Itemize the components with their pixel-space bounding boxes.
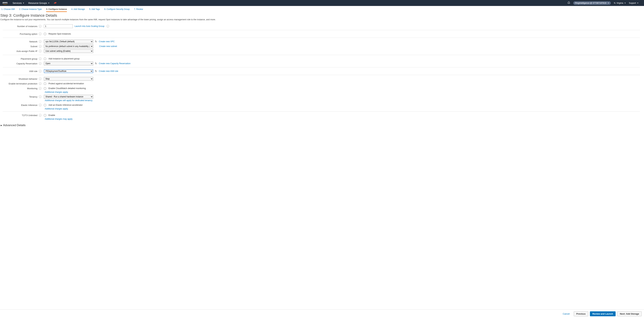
step-choose-ami[interactable]: 1. Choose AMI (1, 7, 15, 12)
num-instances-label: Number of instances (3, 25, 38, 28)
tenancy-label: Tenancy (3, 96, 38, 98)
launch-asg-link[interactable]: Launch into Auto Scaling Group (74, 25, 104, 28)
tenancy-select[interactable]: Shared - Run a shared hardware instance (44, 95, 93, 99)
subnet-select[interactable]: No preference (default subnet in any Ava… (44, 45, 93, 48)
placement-label: Placement group (3, 58, 38, 60)
refresh-icon[interactable]: ↻ (95, 62, 97, 65)
aws-swoosh-icon (2, 4, 8, 5)
num-instances-input[interactable] (44, 24, 73, 28)
pin-icon[interactable]: 📌 (53, 1, 57, 5)
support-menu[interactable]: Support ▼ (629, 2, 638, 4)
elastic-label: Elastic Inference (3, 104, 38, 106)
info-icon[interactable]: i (39, 40, 42, 43)
region-label: N. Virginia (614, 2, 623, 4)
info-icon[interactable]: i (106, 25, 109, 28)
support-label: Support (629, 2, 636, 4)
caret-down-icon: ▼ (608, 2, 609, 4)
account-label: PingIntelligence @ 377367197819 (575, 2, 606, 4)
elastic-checkbox-label: Add an Elastic Inference accelerator (48, 104, 83, 106)
info-icon[interactable]: i (39, 114, 42, 117)
step-add-storage[interactable]: 4. Add Storage (71, 7, 85, 12)
info-icon[interactable]: i (39, 82, 42, 85)
caret-down-icon: ▼ (624, 2, 626, 4)
info-icon[interactable]: i (39, 25, 42, 28)
t2t3-note[interactable]: Additional charges may apply (45, 118, 640, 120)
caret-right-icon: ▶ (1, 124, 2, 127)
info-icon[interactable]: i (39, 57, 42, 60)
t2t3-checkbox[interactable] (44, 114, 46, 116)
wizard-steps: 1. Choose AMI 2. Choose Instance Type 3.… (0, 6, 644, 12)
top-nav: aws Services ▼ Resource Groups ▼ 📌 PingI… (0, 0, 644, 6)
termination-label: Enable termination protection (3, 82, 38, 85)
placement-checkbox[interactable] (44, 58, 46, 60)
info-icon[interactable]: i (39, 95, 42, 98)
create-vpc-link[interactable]: Create new VPC (99, 40, 115, 43)
capacity-label: Capacity Reservation (3, 62, 38, 65)
page-title: Step 3: Configure Instance Details (0, 13, 642, 18)
advanced-details-label: Advanced Details (3, 124, 26, 127)
step-add-tags[interactable]: 5. Add Tags (89, 7, 100, 12)
create-capacity-link[interactable]: Create new Capacity Reservation (99, 62, 130, 65)
elastic-note[interactable]: Additional charges apply. (45, 108, 640, 110)
nav-resource-groups[interactable]: Resource Groups ▼ (28, 2, 50, 5)
elastic-checkbox[interactable] (44, 104, 46, 106)
network-label: Network (3, 40, 38, 43)
purchasing-label: Purchasing option (3, 33, 38, 35)
step-configure-instance: 3. Configure Instance (46, 7, 67, 12)
account-menu[interactable]: PingIntelligence @ 377367197819 ▼ (573, 1, 611, 5)
info-icon[interactable]: i (39, 50, 42, 53)
t2t3-checkbox-label: Enable (48, 114, 55, 116)
refresh-icon[interactable]: ↻ (95, 70, 97, 73)
termination-checkbox[interactable] (44, 83, 46, 85)
info-icon[interactable]: i (39, 87, 42, 90)
termination-checkbox-label: Protect against accidental termination (48, 82, 84, 85)
page-description: Configure the instance to suit your requ… (0, 18, 642, 21)
info-icon[interactable]: i (39, 70, 42, 73)
autoip-select[interactable]: Use subnet setting (Enable) (44, 49, 93, 53)
shutdown-label: Shutdown behavior (3, 78, 38, 80)
bell-icon[interactable] (568, 1, 570, 5)
info-icon[interactable]: i (39, 33, 42, 35)
create-iam-link[interactable]: Create new IAM role (99, 70, 118, 72)
caret-down-icon: ▼ (637, 2, 638, 4)
t2t3-label: T2/T3 Unlimited (3, 114, 38, 117)
monitoring-checkbox-label: Enable CloudWatch detailed monitoring (48, 87, 86, 90)
info-icon[interactable]: i (39, 62, 42, 65)
refresh-icon[interactable]: ↻ (95, 40, 97, 43)
monitoring-checkbox[interactable] (44, 87, 46, 90)
nav-services[interactable]: Services ▼ (12, 2, 24, 5)
step-review[interactable]: 7. Review (134, 7, 143, 12)
step-choose-instance-type[interactable]: 2. Choose Instance Type (19, 7, 42, 12)
subnet-label: Subnet (3, 45, 38, 48)
aws-logo[interactable]: aws (2, 1, 8, 5)
region-menu[interactable]: N. Virginia ▼ (614, 2, 626, 4)
autoip-label: Auto-assign Public IP (3, 50, 38, 53)
aws-logo-text: aws (2, 1, 8, 4)
step-configure-security-group[interactable]: 6. Configure Security Group (104, 7, 130, 12)
nav-services-label: Services (12, 2, 22, 5)
monitoring-label: Monitoring (3, 87, 38, 90)
capacity-select[interactable]: Open (44, 62, 93, 65)
monitoring-note[interactable]: Additional charges apply. (45, 91, 640, 93)
info-icon[interactable]: i (39, 104, 42, 106)
iam-label: IAM role (3, 70, 38, 73)
advanced-details-toggle[interactable]: ▶ Advanced Details (0, 123, 642, 128)
page-body: Step 3: Configure Instance Details Confi… (0, 12, 644, 140)
caret-down-icon: ▼ (23, 2, 24, 4)
nav-resource-groups-label: Resource Groups (28, 2, 47, 5)
iam-role-select[interactable]: PIDeploymentToolRole (44, 69, 93, 73)
shutdown-select[interactable]: Stop (44, 77, 93, 81)
spot-instances-label: Request Spot instances (48, 33, 71, 35)
tenancy-note[interactable]: Additional charges will apply for dedica… (45, 99, 640, 102)
network-select[interactable]: vpc-5e11153b | Default (default) (44, 40, 93, 44)
spot-instances-checkbox[interactable] (44, 33, 46, 35)
info-icon[interactable]: i (39, 45, 42, 48)
info-icon[interactable]: i (39, 78, 42, 80)
placement-checkbox-label: Add instance to placement group (48, 58, 80, 60)
create-subnet-link[interactable]: Create new subnet (99, 45, 117, 48)
caret-down-icon: ▼ (48, 2, 50, 4)
